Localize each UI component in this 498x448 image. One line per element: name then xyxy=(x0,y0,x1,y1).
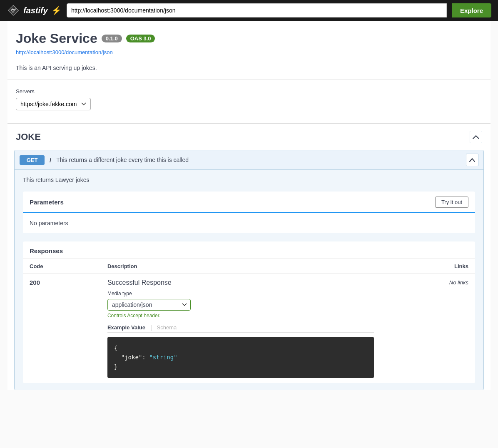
responses-section: Responses Code Description Links xyxy=(23,241,475,383)
media-type-select[interactable]: application/json xyxy=(107,299,191,311)
logo: fastify ⚡ xyxy=(7,4,62,17)
controls-accept-header-text: Controls Accept header. xyxy=(107,313,374,319)
response-code-cell: 200 xyxy=(23,274,101,383)
endpoint-body: This returns Lawyer jokes Parameters Try… xyxy=(15,170,483,390)
response-code: 200 xyxy=(30,279,40,286)
method-badge: GET xyxy=(20,155,45,165)
example-value-tab[interactable]: Example Value xyxy=(107,323,149,332)
try-it-out-button[interactable]: Try it out xyxy=(435,197,468,208)
version-badge: 0.1.0 xyxy=(102,35,122,42)
header: fastify ⚡ Explore xyxy=(0,0,498,21)
url-input[interactable] xyxy=(67,3,447,17)
example-schema-tabs: Example Value | Schema xyxy=(107,323,374,333)
responses-title: Responses xyxy=(30,247,63,254)
endpoint-summary: This returns a different joke every time… xyxy=(56,157,461,163)
servers-select[interactable]: https://joke.fekke.com xyxy=(16,98,91,110)
joke-header: JOKE xyxy=(7,124,491,150)
api-url-link[interactable]: http://localhost:3000/documentation/json xyxy=(16,49,113,55)
tab-separator: | xyxy=(150,324,152,331)
col-header-links: Links xyxy=(381,259,475,274)
code-block: { "joke": "string" } xyxy=(107,337,374,378)
collapse-endpoint-button[interactable] xyxy=(466,154,478,166)
response-description-title: Successful Response xyxy=(107,279,374,286)
logo-lightning-icon: ⚡ xyxy=(51,5,62,15)
chevron-up-icon xyxy=(473,135,479,139)
servers-section: Servers https://joke.fekke.com xyxy=(7,80,491,124)
api-description: This is an API serving up jokes. xyxy=(16,65,482,71)
json-value: "string" xyxy=(149,354,177,361)
parameters-section: Parameters Try it out No parameters xyxy=(23,192,475,233)
logo-text: fastify xyxy=(23,6,48,15)
parameters-title: Parameters xyxy=(30,199,64,206)
oas-badge: OAS 3.0 xyxy=(126,35,155,42)
json-open-brace: { xyxy=(114,345,117,351)
responses-header: Responses xyxy=(23,241,475,259)
api-title-row: Joke Service 0.1.0 OAS 3.0 xyxy=(16,31,482,46)
fastify-logo-icon xyxy=(7,4,20,17)
responses-table: Code Description Links 200 xyxy=(23,259,475,383)
no-parameters-message: No parameters xyxy=(23,213,475,233)
explore-button[interactable]: Explore xyxy=(452,3,491,17)
endpoint-path: / xyxy=(50,157,51,164)
api-title: Joke Service xyxy=(16,31,97,46)
endpoint-container: GET / This returns a different joke ever… xyxy=(14,150,484,390)
endpoint-description: This returns Lawyer jokes xyxy=(23,177,475,183)
no-links-text: No links xyxy=(449,279,468,286)
response-description-cell: Successful Response Media type applicati… xyxy=(101,274,381,383)
main-content: Joke Service 0.1.0 OAS 3.0 http://localh… xyxy=(7,21,491,390)
api-info-section: Joke Service 0.1.0 OAS 3.0 http://localh… xyxy=(7,21,491,80)
json-close-brace: } xyxy=(114,363,117,370)
table-row: 200 Successful Response Media type appli… xyxy=(23,274,475,383)
col-header-code: Code xyxy=(23,259,101,274)
table-header-row: Code Description Links xyxy=(23,259,475,274)
joke-section-title: JOKE xyxy=(16,132,41,142)
parameters-header: Parameters Try it out xyxy=(23,192,475,213)
joke-section: JOKE GET / This returns a different joke… xyxy=(7,124,491,390)
chevron-up-endpoint-icon xyxy=(469,158,475,162)
collapse-section-button[interactable] xyxy=(470,131,482,143)
media-type-label: Media type xyxy=(107,291,374,296)
col-header-description: Description xyxy=(101,259,381,274)
endpoint-header[interactable]: GET / This returns a different joke ever… xyxy=(15,150,483,170)
schema-tab[interactable]: Schema xyxy=(154,323,180,332)
servers-label: Servers xyxy=(16,88,482,95)
response-links-cell: No links xyxy=(381,274,475,383)
json-key: "joke": xyxy=(114,354,149,361)
